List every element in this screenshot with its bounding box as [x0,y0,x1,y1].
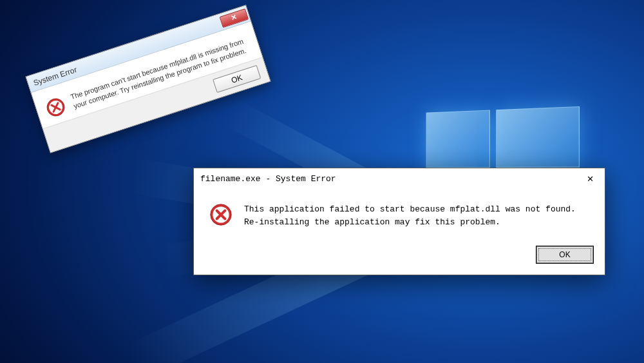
system-error-dialog-classic: System Error ✕ The program can't start b… [25,5,270,153]
close-icon: ✕ [587,172,594,185]
close-button[interactable]: ✕ [576,168,605,189]
dialog-title: filename.exe - System Error [200,174,336,184]
close-icon: ✕ [230,13,238,23]
error-message: This application failed to start because… [244,203,589,228]
error-icon [209,203,232,226]
system-error-dialog-modern: filename.exe - System Error ✕ This appli… [193,168,605,275]
dialog-titlebar[interactable]: filename.exe - System Error ✕ [194,168,605,189]
windows-logo-pane [496,106,580,168]
error-icon [44,95,68,120]
windows-logo-pane [426,110,490,168]
ok-button[interactable]: OK [536,246,593,263]
